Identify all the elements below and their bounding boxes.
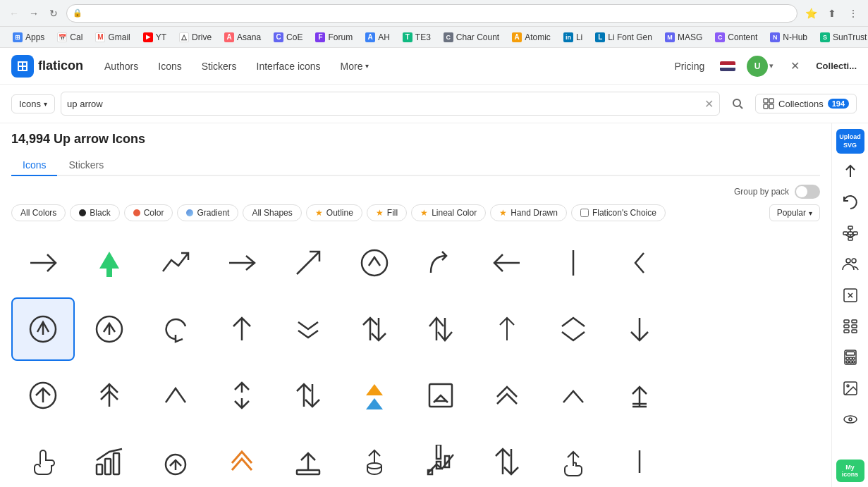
bookmark-suntrust[interactable]: S SunTrust <box>814 31 868 44</box>
bookmark-li-font[interactable]: L Li Font Gen <box>589 31 658 44</box>
icon-cell-arrows-expand[interactable] <box>542 297 605 361</box>
icon-cell-hand-swipe-up[interactable] <box>343 430 406 487</box>
icon-cell-arrows-updown-2[interactable] <box>210 364 274 427</box>
icon-cell-arrow-up-green[interactable] <box>78 231 141 295</box>
filter-black[interactable]: Black <box>70 204 119 221</box>
bookmark-coe[interactable]: C CoE <box>268 31 308 44</box>
bookmark-masg[interactable]: M MASG <box>659 31 708 44</box>
search-clear-button[interactable]: ✕ <box>704 97 714 111</box>
collections-button[interactable]: Collections 194 <box>755 94 857 113</box>
right-people-icon[interactable] <box>837 251 864 278</box>
icon-cell-vertical-line[interactable] <box>542 231 605 295</box>
right-undo-icon[interactable] <box>837 189 864 216</box>
address-input[interactable]: flaticon.com/search?word=up%20arrow&type… <box>87 8 791 18</box>
bookmark-cal[interactable]: 📅 Cal <box>51 31 88 44</box>
icon-cell-circle-up-2[interactable] <box>78 297 141 361</box>
icon-cell-arrows-updown-3[interactable] <box>276 364 340 427</box>
refresh-button[interactable]: ↻ <box>47 6 61 20</box>
nav-authors[interactable]: Authors <box>100 58 142 75</box>
bookmark-gmail[interactable]: M Gmail <box>90 31 135 44</box>
search-type-select[interactable]: Icons ▾ <box>11 94 55 113</box>
bookmark-button[interactable]: ⋮ <box>845 6 861 21</box>
icon-cell-chart-growth[interactable] <box>409 430 472 487</box>
icon-cell-curved-arrow[interactable] <box>409 231 472 295</box>
group-by-toggle[interactable] <box>795 185 820 199</box>
tab-icons[interactable]: Icons <box>11 155 57 176</box>
icon-cell-circle-up-selected[interactable] <box>11 297 75 361</box>
icon-cell-trending-up[interactable] <box>144 231 207 295</box>
filter-color[interactable]: Color <box>124 204 173 221</box>
nav-icons[interactable]: Icons <box>154 58 185 75</box>
icon-cell-arrow-up-thin[interactable] <box>475 297 539 361</box>
icon-cell-double-up-orange[interactable] <box>210 430 274 487</box>
icon-cell-circle-up-3[interactable] <box>11 364 75 427</box>
right-arrow-up-icon[interactable] <box>837 158 864 185</box>
right-eye-icon[interactable] <box>837 406 864 433</box>
icon-cell-hand-point-up-1[interactable] <box>11 430 75 487</box>
icon-cell-double-caret[interactable] <box>475 364 539 427</box>
filter-outline[interactable]: ★ Outline <box>306 204 362 221</box>
bookmark-atomic[interactable]: A Atomic <box>506 31 556 44</box>
icon-cell-hand-point-up-2[interactable] <box>542 430 605 487</box>
icon-cell-circle-up-1[interactable] <box>343 231 406 295</box>
filter-gradient[interactable]: Gradient <box>177 204 238 221</box>
icon-cell-circle-up-arrow[interactable] <box>144 430 207 487</box>
sort-popular[interactable]: Popular ▾ <box>769 204 820 221</box>
bookmark-te3[interactable]: T TE3 <box>397 31 436 44</box>
collections-action-button[interactable]: My icons <box>836 460 864 482</box>
user-menu[interactable]: U ▾ <box>747 56 774 77</box>
bookmark-ah[interactable]: A AH <box>360 31 396 44</box>
filter-all-colors[interactable]: All Colors <box>11 204 66 221</box>
user-avatar[interactable]: U <box>747 56 768 77</box>
zoom-button[interactable]: ⭐ <box>803 6 819 21</box>
forward-button[interactable]: → <box>27 6 41 20</box>
filter-all-shapes[interactable]: All Shapes <box>243 204 301 221</box>
filter-hand-drawn[interactable]: ★ Hand Drawn <box>490 204 567 221</box>
right-calculator-icon[interactable] <box>837 344 864 371</box>
nav-collections[interactable]: Collecti... <box>816 61 857 71</box>
icon-cell-caret-up-2[interactable] <box>542 364 605 427</box>
icon-cell-arrows-sort[interactable] <box>409 297 472 361</box>
bookmark-char[interactable]: C Char Count <box>438 31 505 44</box>
icon-cell-arrow-right-plain[interactable] <box>210 231 274 295</box>
icon-cell-arrow-up-simple[interactable] <box>210 297 274 361</box>
right-grid-icon[interactable] <box>837 313 864 340</box>
icon-cell-orange-arrows[interactable] <box>343 364 406 427</box>
icon-cell-upload-arrow[interactable] <box>276 430 340 487</box>
nav-interface[interactable]: Interface icons <box>252 58 325 75</box>
site-logo[interactable]: flaticon <box>11 55 83 78</box>
bookmark-apps[interactable]: ⊞ Apps <box>7 31 50 44</box>
icon-cell-chevron-left[interactable] <box>608 231 671 295</box>
icon-cell-square-arrow[interactable] <box>409 364 472 427</box>
filter-lineal[interactable]: ★ Lineal Color <box>411 204 486 221</box>
bookmark-yt[interactable]: ▶ YT <box>137 31 172 44</box>
us-flag[interactable] <box>720 61 735 71</box>
nav-more[interactable]: More ▾ <box>336 58 373 75</box>
bookmark-asana[interactable]: A Asana <box>219 31 267 44</box>
icon-cell-arrow-diagonal[interactable] <box>276 231 340 295</box>
filter-choice-checkbox[interactable] <box>580 209 589 217</box>
bookmark-li[interactable]: in Li <box>558 31 588 44</box>
icon-cell-arrows-updown-4[interactable] <box>475 430 539 487</box>
icon-cell-arrow-right[interactable] <box>11 231 75 295</box>
back-button[interactable]: ← <box>7 6 21 20</box>
search-button[interactable] <box>726 92 750 116</box>
icon-cell-return-arrow[interactable] <box>144 297 207 361</box>
nav-pricing[interactable]: Pricing <box>670 58 709 75</box>
icon-cell-double-arrow-up[interactable] <box>78 364 141 427</box>
bookmark-drive[interactable]: △ Drive <box>173 31 217 44</box>
icon-cell-double-chevron[interactable] <box>276 297 340 361</box>
upload-svg-button[interactable]: UploadSVG <box>836 129 864 154</box>
share-button[interactable]: ⬆ <box>824 6 840 21</box>
tab-stickers[interactable]: Stickers <box>57 155 115 176</box>
icon-cell-arrows-up-down-1[interactable] <box>343 297 406 361</box>
bookmark-nhub[interactable]: N N-Hub <box>764 31 813 44</box>
icon-cell-arrow-left[interactable] <box>475 231 539 295</box>
close-panel-button[interactable]: ✕ <box>785 56 805 76</box>
icon-cell-vertical-line-2[interactable] <box>608 430 671 487</box>
filter-flaticon-choice[interactable]: Flaticon's Choice <box>571 204 666 221</box>
nav-stickers[interactable]: Stickers <box>197 58 241 75</box>
filter-fill[interactable]: ★ Fill <box>367 204 407 221</box>
right-close-square-icon[interactable] <box>837 282 864 309</box>
bookmark-content[interactable]: C Content <box>709 31 763 44</box>
